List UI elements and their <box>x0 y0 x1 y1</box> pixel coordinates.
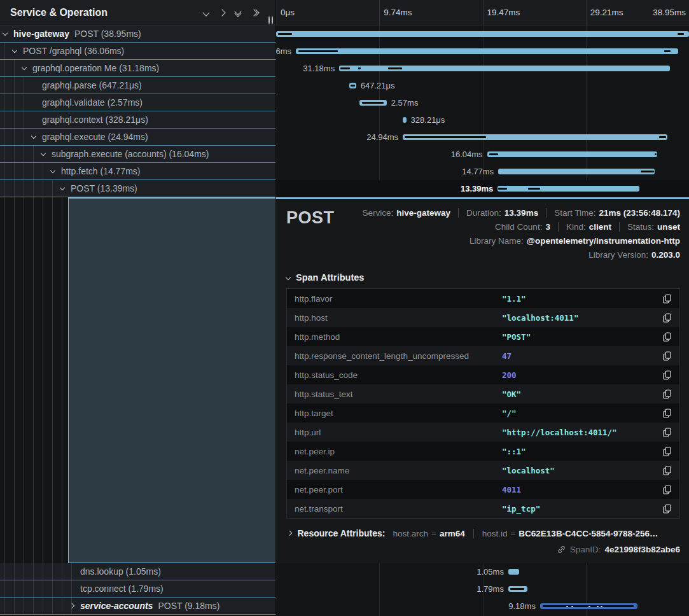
expander-down-icon[interactable] <box>41 151 46 156</box>
span-row[interactable]: http.fetch (14.77ms)14.77ms <box>0 163 689 180</box>
span-bar-cell[interactable]: 31.18ms <box>276 60 689 77</box>
span-row[interactable]: dns.lookup (1.05ms)1.05ms <box>0 563 689 580</box>
panel-divider[interactable] <box>275 0 276 616</box>
span-name-cell[interactable]: tcp.connect (1.79ms) <box>0 580 276 598</box>
span-row[interactable]: POST (13.39ms)13.39ms <box>0 180 689 197</box>
span-row[interactable]: graphql.execute (24.94ms)24.94ms <box>0 129 689 146</box>
span-name-cell[interactable]: graphql.validate (2.57ms) <box>0 94 276 111</box>
span-row[interactable]: POST /graphql (36.06ms)36.06ms <box>0 43 689 60</box>
copy-icon[interactable] <box>662 484 672 494</box>
copy-icon[interactable] <box>662 446 672 456</box>
meta-value: unset <box>657 222 680 232</box>
span-name-cell[interactable]: subgraph.execute (accounts) (16.04ms) <box>0 146 276 163</box>
span-bar[interactable] <box>498 186 639 192</box>
span-bar[interactable] <box>296 48 678 54</box>
expander-down-icon[interactable] <box>31 134 36 139</box>
span-bar[interactable] <box>508 569 519 575</box>
span-name-cell[interactable]: graphql.context (328.21μs) <box>0 111 276 129</box>
span-row[interactable]: hive-gatewayPOST (38.95ms) <box>0 25 689 43</box>
span-bar[interactable] <box>540 603 637 609</box>
copy-icon[interactable] <box>662 389 672 399</box>
span-bar-cell[interactable]: 24.94ms <box>276 129 689 146</box>
operation-name: graphql.operation Me (31.18ms) <box>32 63 159 73</box>
span-list: hive-gatewayPOST (38.95ms)POST /graphql … <box>0 25 689 197</box>
span-duration-label: 1.79ms <box>477 584 504 594</box>
attribute-value: "localhost" <box>502 466 662 475</box>
span-list-bottom: dns.lookup (1.05ms)1.05mstcp.connect (1.… <box>0 563 689 615</box>
span-bar[interactable] <box>276 31 689 37</box>
copy-icon[interactable] <box>662 351 672 361</box>
span-bar-cell[interactable]: 9.18ms <box>276 598 689 615</box>
operation-name: graphql.validate (2.57ms) <box>42 97 143 108</box>
span-attributes-header[interactable]: Span Attributes <box>286 272 680 283</box>
copy-icon[interactable] <box>662 465 672 475</box>
meta-separator <box>458 208 459 218</box>
ruler-tick-label: 29.21ms <box>590 8 623 17</box>
span-name-cell[interactable]: graphql.parse (647.21μs) <box>0 77 276 94</box>
span-name: graphql.execute (24.94ms) <box>42 132 148 142</box>
copy-icon[interactable] <box>662 427 672 437</box>
expander-down-icon[interactable] <box>3 31 8 36</box>
span-name-cell[interactable]: hive-gatewayPOST (38.95ms) <box>0 25 276 43</box>
span-bar-cell[interactable]: 16.04ms <box>276 146 689 163</box>
span-row[interactable]: tcp.connect (1.79ms)1.79ms <box>0 580 689 598</box>
span-row[interactable]: graphql.parse (647.21μs)647.21μs <box>0 77 689 94</box>
span-name-cell[interactable]: http.fetch (14.77ms) <box>0 163 276 180</box>
expander-down-icon[interactable] <box>50 168 55 173</box>
ruler-tick-label: 0μs <box>281 8 295 17</box>
span-name-cell[interactable]: graphql.operation Me (31.18ms) <box>0 60 276 77</box>
operation-name: subgraph.execute (accounts) (16.04ms) <box>52 149 209 159</box>
span-bar-cell[interactable] <box>276 25 689 43</box>
span-bar[interactable] <box>403 117 406 123</box>
copy-icon[interactable] <box>662 312 672 323</box>
expander-down-icon[interactable] <box>22 65 27 70</box>
span-bar[interactable] <box>403 134 667 140</box>
span-bar-cell[interactable]: 328.21μs <box>276 111 689 129</box>
span-bar-cell[interactable]: 1.05ms <box>276 563 689 580</box>
span-name-cell[interactable]: service-accountsPOST (9.18ms) <box>0 598 276 615</box>
copy-icon[interactable] <box>662 408 672 418</box>
child-span-marker <box>664 50 671 52</box>
meta-key: Duration: <box>466 208 501 218</box>
span-name-cell[interactable]: POST /graphql (36.06ms) <box>0 43 276 60</box>
span-detail-panel: POST Service:hive-gatewayDuration:13.39m… <box>276 197 689 563</box>
span-row[interactable]: graphql.operation Me (31.18ms)31.18ms <box>0 60 689 77</box>
span-name-cell[interactable]: dns.lookup (1.05ms) <box>0 563 276 580</box>
span-bar[interactable] <box>487 151 657 157</box>
copy-icon[interactable] <box>662 370 672 380</box>
span-name-cell[interactable]: POST (13.39ms) <box>0 180 276 197</box>
expander-down-icon[interactable] <box>12 48 17 53</box>
span-bar-cell[interactable]: 36.06ms <box>276 43 689 60</box>
span-bar-cell[interactable]: 647.21μs <box>276 77 689 94</box>
span-bar[interactable] <box>339 66 670 71</box>
link-icon[interactable] <box>557 545 566 554</box>
attribute-row: net.peer.name"localhost" <box>287 461 679 480</box>
span-bar-cell[interactable]: 13.39ms <box>276 180 689 197</box>
collapse-one-icon[interactable] <box>204 10 209 15</box>
operation-name: POST (38.95ms) <box>74 29 141 39</box>
span-bar[interactable] <box>498 169 655 174</box>
indent-guides <box>0 580 73 597</box>
span-row[interactable]: subgraph.execute (accounts) (16.04ms)16.… <box>0 146 689 163</box>
span-name-cell[interactable]: graphql.execute (24.94ms) <box>0 129 276 146</box>
span-row[interactable]: graphql.context (328.21μs)328.21μs <box>0 111 689 129</box>
expander-down-icon[interactable] <box>60 185 65 190</box>
span-bar-cell[interactable]: 1.79ms <box>276 580 689 598</box>
span-bar[interactable] <box>349 83 356 88</box>
copy-icon[interactable] <box>662 293 672 304</box>
collapse-all-icon[interactable] <box>235 9 240 16</box>
span-row[interactable]: service-accountsPOST (9.18ms)9.18ms <box>0 598 689 615</box>
span-bar[interactable] <box>508 586 527 592</box>
span-row[interactable]: graphql.validate (2.57ms)2.57ms <box>0 94 689 111</box>
resource-attributes-row[interactable]: Resource Attributes: host.arch=arm64host… <box>286 528 680 538</box>
copy-icon[interactable] <box>662 503 672 514</box>
span-bar-cell[interactable]: 14.77ms <box>276 163 689 180</box>
span-bar-cell[interactable]: 2.57ms <box>276 94 689 111</box>
column-resize-handle[interactable] <box>268 17 273 24</box>
expand-all-icon[interactable] <box>251 10 258 15</box>
copy-icon[interactable] <box>662 332 672 342</box>
event-dot <box>588 606 590 607</box>
child-span-marker <box>358 67 361 69</box>
expand-one-icon[interactable] <box>219 10 225 15</box>
span-bar[interactable] <box>359 100 387 106</box>
